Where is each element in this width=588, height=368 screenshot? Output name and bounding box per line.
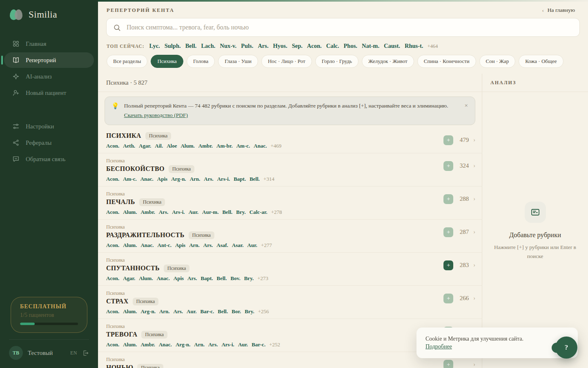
remedy-abbr[interactable]: Am-br.	[216, 143, 233, 149]
top-remedy-link[interactable]: Nat-m.	[362, 43, 379, 49]
add-to-analysis-button[interactable]: +	[443, 194, 453, 204]
add-to-analysis-button[interactable]: +	[443, 161, 453, 171]
filter-chip[interactable]: Глаза · Уши	[218, 55, 258, 68]
remedy-abbr[interactable]: Apis	[174, 275, 184, 281]
rubric-row[interactable]: ПСИХИКА Психика Acon.Aeth.Agar.Ail.AloeA…	[98, 128, 482, 153]
top-remedy-link[interactable]: Hyos.	[273, 43, 287, 49]
remedy-abbr[interactable]: Bell.	[218, 308, 228, 314]
remedies-more-count[interactable]: +256	[258, 308, 269, 314]
filter-chip[interactable]: Спина · Конечности	[417, 55, 476, 68]
help-button[interactable]: ?	[555, 337, 577, 359]
top-remedy-link[interactable]: Bell.	[185, 43, 197, 49]
remedy-abbr[interactable]: Alum.	[123, 341, 137, 348]
remedy-abbr[interactable]: Alum.	[123, 209, 137, 215]
remedy-abbr[interactable]: Bell.	[222, 209, 232, 215]
remedy-abbr[interactable]: Arg-n.	[140, 308, 155, 314]
remedy-abbr[interactable]: Bapt.	[201, 275, 213, 281]
sidebar-item-реперторий[interactable]: Реперторий	[4, 52, 94, 68]
remedy-abbr[interactable]: Ars.	[204, 176, 213, 182]
top-remedy-link[interactable]: Calc.	[326, 43, 339, 49]
back-to-home-link[interactable]: ‹ На главную	[542, 7, 575, 13]
filter-chip[interactable]: Горло · Грудь	[315, 55, 359, 68]
logout-icon[interactable]	[82, 350, 89, 357]
remedy-abbr[interactable]: Aloe	[167, 143, 177, 149]
remedy-abbr[interactable]: Bapt.	[234, 176, 246, 182]
remedies-more-count[interactable]: +469	[270, 143, 281, 149]
top-remedy-link[interactable]: Rhus-t.	[405, 43, 423, 49]
remedy-abbr[interactable]: Acon.	[106, 275, 119, 281]
top-remedies-more[interactable]: +464	[427, 43, 438, 49]
remedy-abbr[interactable]: Ars-i.	[172, 209, 185, 215]
remedies-more-count[interactable]: +314	[263, 176, 274, 182]
top-remedy-link[interactable]: Sep.	[292, 43, 303, 49]
remedy-abbr[interactable]: Aur.	[187, 308, 196, 314]
add-to-analysis-button[interactable]: +	[443, 360, 453, 368]
sidebar-item-главная[interactable]: Главная	[4, 36, 94, 52]
remedy-abbr[interactable]: Alum.	[139, 275, 153, 281]
remedy-abbr[interactable]: Ars.	[203, 242, 213, 248]
rubric-row[interactable]: Психика ПЕЧАЛЬ Психика Acon.Alum.Ambr.Ar…	[98, 186, 482, 220]
remedy-abbr[interactable]: Ant-c.	[158, 242, 172, 248]
close-icon[interactable]: ×	[463, 101, 469, 110]
remedy-abbr[interactable]: Arn.	[190, 176, 200, 182]
remedy-abbr[interactable]: Aur.	[189, 209, 198, 215]
remedy-abbr[interactable]: Apis	[175, 242, 185, 248]
remedy-abbr[interactable]: Aeth.	[123, 143, 135, 149]
remedy-abbr[interactable]: Calc-ar.	[249, 209, 267, 215]
top-remedy-link[interactable]: Phos.	[344, 43, 357, 49]
language-switcher[interactable]: EN	[70, 350, 77, 356]
top-remedy-link[interactable]: Caust.	[384, 43, 400, 49]
remedies-more-count[interactable]: +273	[257, 275, 268, 281]
remedy-abbr[interactable]: Alum.	[180, 143, 194, 149]
remedy-abbr[interactable]: Arn.	[194, 341, 205, 348]
add-to-analysis-button[interactable]: +	[443, 294, 453, 303]
filter-chip[interactable]: Психика	[151, 55, 183, 68]
filter-chip[interactable]: Все разделы	[107, 55, 147, 68]
remedy-abbr[interactable]: Acon.	[106, 242, 119, 248]
remedy-abbr[interactable]: Agar.	[139, 143, 151, 149]
remedy-abbr[interactable]: Ars-i.	[221, 341, 234, 348]
remedy-abbr[interactable]: Asar.	[232, 242, 244, 248]
sidebar-item-настройки[interactable]: Настройки	[4, 119, 94, 134]
remedy-abbr[interactable]: Apis	[157, 176, 167, 182]
remedy-abbr[interactable]: Alum.	[123, 308, 137, 314]
top-remedy-link[interactable]: Lyc.	[149, 43, 160, 49]
add-to-analysis-button[interactable]: +	[443, 227, 453, 237]
remedy-abbr[interactable]: Anac.	[157, 275, 170, 281]
download-guide-link[interactable]: Скачать руководство (PDF)	[124, 112, 188, 118]
remedy-abbr[interactable]: Ars.	[187, 275, 197, 281]
remedy-abbr[interactable]: Ars.	[208, 341, 218, 348]
filter-chip[interactable]: Голова	[187, 55, 215, 68]
filter-chip[interactable]: Нос · Лицо · Рот	[261, 55, 312, 68]
rubric-row[interactable]: Психика СПУТАННОСТЬ Психика Acon.Agar.Al…	[98, 253, 482, 286]
remedy-abbr[interactable]: Am-c.	[123, 176, 137, 182]
remedy-abbr[interactable]: Ambr.	[140, 209, 155, 215]
remedy-abbr[interactable]: Ambr.	[198, 143, 213, 149]
remedies-more-count[interactable]: +252	[269, 341, 280, 348]
remedy-abbr[interactable]: Arg-n.	[176, 341, 190, 348]
remedy-abbr[interactable]: Anac.	[254, 143, 267, 149]
sidebar-item-новый-пациент[interactable]: Новый пациент	[4, 85, 94, 101]
remedy-abbr[interactable]: Arn.	[159, 308, 170, 314]
remedy-abbr[interactable]: Aur-m.	[202, 209, 218, 215]
top-remedy-link[interactable]: Puls.	[241, 43, 253, 49]
sidebar-item-рефералы[interactable]: Рефералы	[4, 135, 94, 150]
remedy-abbr[interactable]: Bar-c.	[252, 341, 265, 348]
remedy-abbr[interactable]: Alum.	[123, 242, 137, 248]
remedy-abbr[interactable]: Bar-c.	[200, 308, 214, 314]
top-remedy-link[interactable]: Ars.	[258, 43, 268, 49]
remedy-abbr[interactable]: Bov.	[230, 275, 240, 281]
remedy-abbr[interactable]: Aur.	[247, 242, 257, 248]
rubric-row[interactable]: Психика СТРАХ Психика Acon.Alum.Arg-n.Ar…	[98, 286, 482, 319]
remedy-abbr[interactable]: Ars.	[174, 308, 183, 314]
filter-chip[interactable]: Желудок · Живот	[362, 55, 414, 68]
remedy-abbr[interactable]: Ars.	[159, 209, 168, 215]
remedy-abbr[interactable]: Bry.	[244, 275, 254, 281]
top-remedy-link[interactable]: Sulph.	[165, 43, 181, 49]
remedy-abbr[interactable]: Bry.	[245, 308, 254, 314]
sidebar-item-обратная-связь[interactable]: Обратная связь	[4, 151, 94, 167]
remedy-abbr[interactable]: Anac.	[140, 176, 154, 182]
remedy-abbr[interactable]: Am-c.	[236, 143, 250, 149]
plan-card[interactable]: БЕСПЛАТНЫЙ 1/5 пациентов	[11, 297, 87, 333]
remedy-abbr[interactable]: Acon.	[106, 176, 119, 182]
